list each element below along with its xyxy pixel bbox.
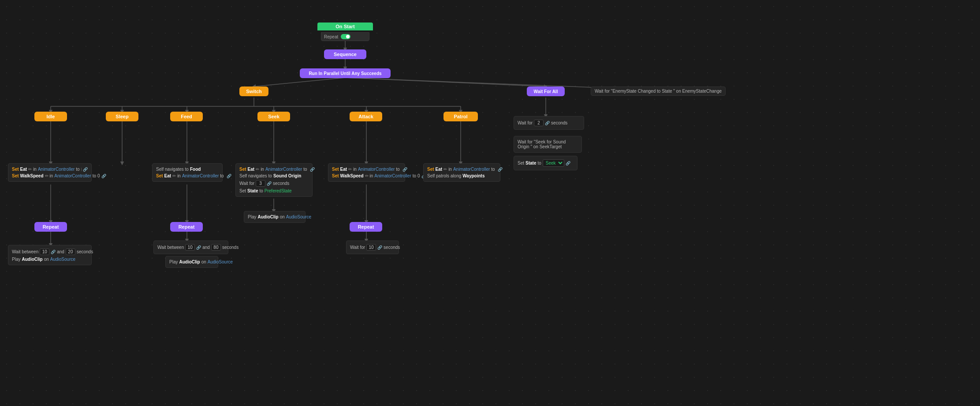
repeat-toggle[interactable]: [341, 34, 350, 39]
attack-node[interactable]: Attack: [350, 112, 382, 121]
idle-repeat-label: Repeat: [43, 224, 59, 229]
right-wait-row: Wait for 🔗 seconds: [518, 119, 580, 127]
on-start-header: On Start: [317, 23, 373, 30]
seek-audio-block: Play AudioClip on AudioSource: [244, 211, 306, 223]
switch-label: Switch: [246, 89, 261, 94]
run-parallel-label: Run In Parallel Until Any Succeeds: [309, 71, 381, 76]
feed-wait-row: Wait between 🔗 and seconds: [157, 243, 224, 252]
feed-play-row: Play AudioClip on AudioSource: [169, 259, 214, 265]
idle-action-block: Set Eat ✏ in AnimatorController to 🔗 Set…: [8, 163, 92, 182]
idle-node[interactable]: Idle: [34, 112, 67, 121]
sequence-node[interactable]: Sequence: [324, 49, 366, 59]
seek-node[interactable]: Seek: [257, 112, 290, 121]
attack-wait-val[interactable]: [366, 244, 376, 251]
seek-action-block: Set Eat ✏ in AnimatorController to 🔗 Sel…: [235, 163, 313, 197]
sequence-label: Sequence: [334, 52, 357, 57]
wait-for-all-label: Wait For All: [534, 89, 558, 94]
feed-node[interactable]: Feed: [170, 112, 203, 121]
wait-for-event-text: Wait for "EnemyState Changed to State " …: [595, 89, 722, 94]
right-wait-seek-block: Wait for "Seek for Sound Origin " on See…: [514, 136, 582, 153]
seek-nav-row: Self navigates to Sound Origin: [239, 173, 309, 179]
feed-set-row: Set Eat ✏ in AnimatorController to 🔗: [156, 173, 219, 179]
idle-bottom-block: Wait between 🔗 and seconds Play AudioCli…: [8, 245, 92, 265]
feed-play-block: Play AudioClip on AudioSource: [165, 256, 218, 268]
patrol-label: Patrol: [454, 114, 467, 119]
idle-label: Idle: [47, 114, 55, 119]
patrol-action-block: Set Eat ✏ in AnimatorController to 🔗 Sel…: [423, 163, 500, 182]
svg-line-4: [345, 78, 546, 86]
seek-play-row: Play AudioClip on AudioSource: [248, 214, 302, 220]
seek-set-state-row: Set State to PreferedState: [239, 188, 309, 194]
feed-wait-min[interactable]: [185, 244, 195, 251]
repeat-row: Repeat: [324, 34, 366, 39]
right-set-state-row: Set State to Seek 🔗: [518, 158, 574, 168]
run-parallel-node[interactable]: Run In Parallel Until Any Succeeds: [300, 68, 391, 78]
idle-wait-min[interactable]: [40, 248, 49, 255]
feed-nav-row: Self navigates to Food: [156, 166, 219, 173]
attack-set-row2: Set WalkSpeed ✏ in AnimatorController to…: [332, 173, 401, 179]
attack-action-block: Set Eat ✏ in AnimatorController to 🔗 Set…: [328, 163, 405, 182]
svg-line-3: [254, 78, 345, 86]
feed-bottom-block: Wait between 🔗 and seconds: [153, 241, 228, 254]
idle-play-row: Play AudioClip on AudioSource: [12, 256, 88, 263]
attack-wait-row: Wait for 🔗 seconds: [350, 243, 395, 252]
svg-line-5: [345, 78, 615, 88]
right-set-state-block: Set State to Seek 🔗: [514, 156, 578, 170]
right-state-select[interactable]: Seek: [543, 159, 564, 167]
idle-repeat-node[interactable]: Repeat: [34, 222, 67, 232]
feed-wait-max[interactable]: [211, 244, 221, 251]
attack-set-row1: Set Eat ✏ in AnimatorController to 🔗: [332, 166, 401, 173]
patrol-patrol-row: Self patrols along Waypoints: [427, 173, 496, 179]
seek-label: Seek: [268, 114, 279, 119]
seek-set-row: Set Eat ✏ in AnimatorController to 🔗: [239, 166, 309, 173]
switch-container: Switch State: [239, 86, 249, 91]
attack-bottom-block: Wait for 🔗 seconds: [346, 241, 399, 254]
idle-wait-max[interactable]: [66, 248, 75, 255]
switch-node[interactable]: Switch: [239, 86, 268, 96]
repeat-label: Repeat: [324, 34, 338, 39]
idle-wait-row: Wait between 🔗 and seconds: [12, 248, 88, 256]
feed-label: Feed: [181, 114, 192, 119]
feed-repeat-node[interactable]: Repeat: [170, 222, 203, 232]
right-wait-seek-row: Wait for "Seek for Sound Origin " on See…: [518, 139, 578, 150]
wait-for-label: Wait for: [518, 120, 533, 125]
sleep-node[interactable]: Sleep: [106, 112, 138, 121]
on-start-container: On Start Repeat: [321, 24, 369, 41]
idle-action-row1: Set Eat ✏ in AnimatorController to 🔗: [12, 166, 88, 173]
feed-repeat-label: Repeat: [179, 224, 195, 229]
idle-action-row2: Set WalkSpeed ✏ in AnimatorController to…: [12, 173, 88, 179]
attack-repeat-label: Repeat: [358, 224, 374, 229]
patrol-node[interactable]: Patrol: [443, 112, 478, 121]
attack-label: Attack: [358, 114, 373, 119]
patrol-set-row: Set Eat ✏ in AnimatorController to 🔗: [427, 166, 496, 173]
wait-for-event-block: Wait for "EnemyState Changed to State " …: [591, 86, 726, 96]
seek-wait-row: Wait for 🔗 seconds: [239, 179, 309, 188]
right-wait-val[interactable]: [534, 120, 544, 126]
attack-repeat-node[interactable]: Repeat: [350, 222, 382, 232]
sleep-label: Sleep: [116, 114, 128, 119]
right-wait-seconds-block: Wait for 🔗 seconds: [514, 116, 584, 130]
seek-wait-val[interactable]: [256, 180, 265, 187]
eat-toggle[interactable]: [81, 168, 82, 171]
wait-for-all-node[interactable]: Wait For All: [527, 86, 565, 96]
feed-action-block: Self navigates to Food Set Eat ✏ in Anim…: [152, 163, 223, 182]
